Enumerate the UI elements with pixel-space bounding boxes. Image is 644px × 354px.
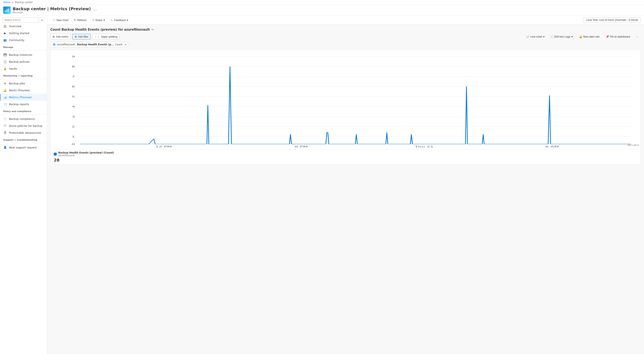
- metrics-icon: 📊: [3, 95, 7, 99]
- sidebar-item-community[interactable]: 👥Community: [0, 36, 47, 43]
- add-filter-icon: ⊕: [75, 35, 77, 38]
- new-chart-button[interactable]: ＋ New chart: [50, 17, 71, 23]
- legend-title: Backup Health Events (preview) (Count): [58, 151, 114, 154]
- splitting-icon: ⋮⋮: [94, 35, 100, 38]
- svg-text:0: 0: [72, 143, 75, 145]
- svg-text:2: 2: [72, 125, 75, 128]
- sidebar-item-label-new-support-request: New support request: [9, 146, 37, 149]
- protectable-datasources-icon: 🗄: [3, 131, 7, 135]
- nav-section-monitoring-header: Monitoring + reporting: [0, 72, 47, 78]
- vault-icon: A: [52, 43, 56, 46]
- sidebar-search-row: «: [0, 16, 47, 23]
- feedback-button[interactable]: ☺ Feedback ▾: [108, 17, 130, 23]
- breadcrumb-home[interactable]: Home: [3, 1, 10, 4]
- svg-text:1: 1: [72, 135, 75, 138]
- svg-text:8: 8: [72, 65, 75, 68]
- time-range-button[interactable]: Local Time: Last 24 hours (Automatic - 5…: [583, 17, 641, 23]
- svg-text:6: 6: [72, 85, 75, 88]
- add-metric-icon: ⊕: [52, 35, 55, 38]
- add-metric-button[interactable]: ⊕ Add metric: [50, 34, 71, 39]
- drill-into-logs-button[interactable]: ⬚ Drill into Logs ▾: [548, 34, 575, 39]
- sidebar-item-label-alerts: Alerts (Preview): [9, 89, 30, 92]
- chart-title-row: Count Backup Health Events (preview) for…: [50, 28, 641, 31]
- nav-section-policy-header: Policy and compliance: [0, 108, 47, 114]
- share-button[interactable]: ↗ Share ▾: [90, 17, 107, 23]
- chart-more-button[interactable]: ···: [634, 34, 641, 39]
- backup-compliance-icon: 📄: [3, 117, 7, 121]
- content-area: ＋ New chart ↻ Refresh ↗ Share ▾ ☺ Feedba…: [47, 16, 644, 354]
- chart-container: 9 8 7 6 5: [50, 50, 641, 165]
- header-more-button[interactable]: ···: [94, 8, 97, 12]
- legend-text: Backup Health Events (preview) (Count) a…: [58, 151, 114, 157]
- sidebar-item-backup-compliance[interactable]: 📄Backup compliance: [0, 115, 47, 122]
- new-chart-icon: ＋: [52, 18, 56, 22]
- svg-text:6 PM: 6 PM: [295, 145, 308, 148]
- sidebar-item-backup-jobs[interactable]: ≡Backup jobs: [0, 80, 47, 87]
- backup-instances-icon: 💾: [3, 53, 7, 57]
- sidebar-item-alerts[interactable]: 🔔Alerts (Preview): [0, 87, 47, 94]
- pin-icon: 📌: [606, 35, 609, 38]
- app-title: Backup center | Metrics (Preview): [13, 6, 91, 11]
- line-chart-button[interactable]: 📈 Line chart ▾: [524, 34, 547, 39]
- sidebar-item-vaults[interactable]: 🔒Vaults: [0, 65, 47, 72]
- app-title-block: Backup center | Metrics (Preview) Micros…: [13, 6, 91, 14]
- x-axis: 12 PM 6 PM Thu 21 6 AM: [156, 145, 559, 148]
- chart-edit-icon[interactable]: ✏️: [151, 28, 154, 31]
- sidebar-item-label-getting-started: Getting started: [9, 32, 29, 35]
- sidebar-item-metrics[interactable]: 📊Metrics (Preview): [0, 94, 47, 101]
- feedback-chevron: ▾: [127, 18, 128, 22]
- alerts-icon: 🔔: [3, 88, 7, 92]
- sidebar-item-new-support-request[interactable]: 👤New support request: [0, 144, 47, 151]
- getting-started-icon: ▶: [3, 31, 7, 35]
- chart-controls-right: 📈 Line chart ▾ ⬚ Drill into Logs ▾ 🔔 New…: [524, 34, 641, 39]
- svg-rect-2: [8, 8, 9, 12]
- chart-svg-area: 9 8 7 6 5: [50, 52, 640, 148]
- backup-reports-icon: 📑: [3, 102, 7, 106]
- sidebar-item-backup-reports[interactable]: 📑Backup reports: [0, 101, 47, 108]
- new-alert-rule-button[interactable]: 🔔 New alert rule: [577, 34, 602, 39]
- backup-policies-icon: 📋: [3, 60, 7, 63]
- y-axis: 9 8 7 6 5: [72, 55, 631, 145]
- sidebar-item-getting-started[interactable]: ▶Getting started: [0, 30, 47, 36]
- nav-divider: [0, 114, 47, 115]
- breadcrumb: Home > Backup center: [0, 0, 644, 5]
- nav-section-support-header: Support + troubleshooting: [0, 136, 47, 142]
- nav-section-manage-header: Manage: [0, 43, 47, 49]
- sidebar-item-label-backup-instances: Backup instances: [9, 53, 32, 56]
- sidebar-item-protectable-datasources[interactable]: 🗄Protectable datasources: [0, 129, 47, 136]
- pin-to-dashboard-button[interactable]: 📌 Pin to dashboard: [604, 34, 632, 39]
- add-filter-button[interactable]: ⊕ Add filter: [72, 34, 90, 39]
- sidebar-item-label-protectable-datasources: Protectable datasources: [9, 131, 41, 134]
- sidebar-item-label-metrics: Metrics (Preview): [9, 96, 32, 99]
- chart-controls: ⊕ Add metric ⊕ Add filter ⋮⋮ Apply split…: [50, 34, 641, 39]
- svg-text:9: 9: [72, 55, 75, 58]
- more-icon: ···: [636, 35, 638, 38]
- line-chart-icon: 📈: [526, 35, 530, 38]
- svg-rect-0: [5, 10, 6, 12]
- app-company: Microsoft: [13, 11, 91, 14]
- filter-tag-remove[interactable]: ×: [124, 43, 127, 46]
- sidebar-item-backup-policies[interactable]: 📋Backup policies: [0, 58, 47, 65]
- chart-area: Count Backup Health Events (preview) for…: [47, 24, 644, 354]
- svg-rect-1: [6, 9, 7, 12]
- sidebar-item-label-vaults: Vaults: [9, 67, 17, 70]
- sidebar-item-label-backup-compliance: Backup compliance: [9, 117, 35, 120]
- feedback-icon: ☺: [110, 18, 113, 22]
- sidebar-nav: 🏠Overview▶Getting started👥CommunityManag…: [0, 23, 47, 151]
- sidebar-item-backup-instances[interactable]: 💾Backup instances: [0, 51, 47, 58]
- sidebar-collapse-button[interactable]: «: [40, 17, 44, 22]
- svg-text:4: 4: [72, 105, 75, 108]
- chart-legend: Backup Health Events (preview) (Count) a…: [50, 149, 640, 165]
- azure-policies-icon: 🛡: [3, 124, 7, 128]
- main-layout: « 🏠Overview▶Getting started👥CommunityMan…: [0, 16, 644, 354]
- sidebar-item-overview[interactable]: 🏠Overview: [0, 23, 47, 30]
- app-header: Backup center | Metrics (Preview) Micros…: [0, 5, 644, 16]
- sidebar-item-azure-policies[interactable]: 🛡Azure policies for backup: [0, 122, 47, 129]
- svg-text:7: 7: [72, 75, 75, 78]
- toolbar: ＋ New chart ↻ Refresh ↗ Share ▾ ☺ Feedba…: [47, 16, 644, 24]
- refresh-button[interactable]: ↻ Refresh: [72, 17, 89, 23]
- legend-subtitle: azurefilesvault: [58, 154, 114, 157]
- search-input[interactable]: [2, 17, 39, 23]
- chart-line: [80, 66, 631, 144]
- apply-splitting-button[interactable]: ⋮⋮ Apply splitting: [92, 34, 120, 39]
